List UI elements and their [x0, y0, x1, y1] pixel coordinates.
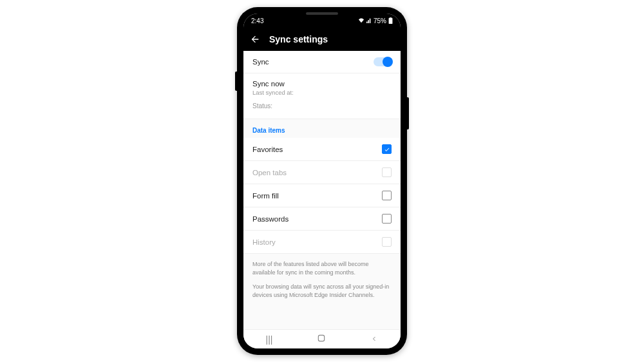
- status-time: 2:43: [251, 17, 263, 24]
- item-label: Form fill: [252, 192, 279, 200]
- sync-toggle[interactable]: [374, 57, 392, 66]
- svg-rect-2: [319, 335, 325, 341]
- app-bar: Sync settings: [243, 28, 401, 51]
- nav-home[interactable]: [317, 334, 326, 345]
- phone-frame: 2:43 75% Sync settings Sync Sync now: [237, 7, 407, 355]
- back-button[interactable]: [250, 34, 260, 44]
- checkbox-open-tabs: [382, 167, 392, 177]
- item-label: Open tabs: [252, 169, 287, 176]
- sync-toggle-row[interactable]: Sync: [243, 51, 401, 73]
- sync-now-sub: Last synced at:: [252, 89, 294, 96]
- item-label: Passwords: [252, 215, 289, 223]
- item-favorites[interactable]: Favorites: [243, 138, 401, 161]
- content-scroll[interactable]: Sync Sync now Last synced at: Status: Da…: [243, 51, 401, 329]
- arrow-left-icon: [250, 34, 260, 44]
- item-history: History: [243, 231, 401, 254]
- item-passwords[interactable]: Passwords: [243, 207, 401, 231]
- checkbox-form-fill[interactable]: [382, 191, 392, 200]
- check-icon: [384, 146, 390, 153]
- battery-text: 75%: [374, 17, 386, 24]
- status-row: Status:: [243, 99, 401, 119]
- home-icon: [317, 334, 326, 343]
- footer-note-2: Your browsing data will sync across all …: [243, 283, 401, 305]
- nav-recents[interactable]: |||: [266, 334, 273, 345]
- phone-side-button: [235, 71, 237, 91]
- status-bar: 2:43 75%: [243, 14, 401, 28]
- sync-label: Sync: [252, 58, 269, 66]
- android-navbar: |||: [243, 329, 401, 348]
- wifi-icon: [358, 18, 365, 23]
- battery-icon: [388, 17, 393, 24]
- svg-rect-0: [389, 18, 393, 24]
- checkbox-passwords[interactable]: [382, 214, 392, 224]
- item-form-fill[interactable]: Form fill: [243, 184, 401, 207]
- chevron-left-icon: [370, 335, 378, 343]
- page-title: Sync settings: [269, 34, 328, 44]
- checkbox-history: [382, 237, 392, 247]
- item-open-tabs: Open tabs: [243, 161, 401, 184]
- screen: 2:43 75% Sync settings Sync Sync now: [243, 14, 401, 348]
- signal-icon: [366, 18, 372, 23]
- data-items-header: Data items: [243, 119, 401, 138]
- sync-now-row[interactable]: Sync now Last synced at:: [243, 73, 401, 99]
- svg-rect-1: [390, 17, 392, 18]
- footer-note-1: More of the features listed above will b…: [243, 254, 401, 283]
- item-label: History: [252, 238, 276, 246]
- nav-back[interactable]: [370, 334, 378, 345]
- status-label: Status:: [252, 102, 272, 110]
- checkbox-favorites[interactable]: [382, 144, 392, 154]
- item-label: Favorites: [252, 146, 283, 153]
- status-right: 75%: [358, 17, 393, 24]
- sync-now-label: Sync now: [252, 80, 294, 88]
